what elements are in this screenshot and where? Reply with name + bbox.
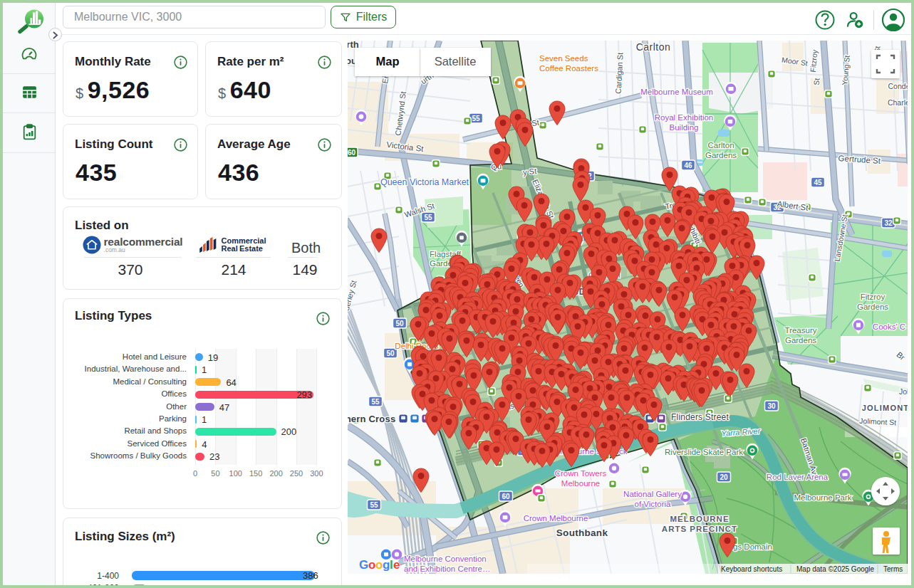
svg-text:MELBOURNE: MELBOURNE [670,515,729,523]
svg-text:Carlton: Carlton [636,41,671,53]
svg-text:A60: A60 [348,149,356,157]
svg-text:Gardens: Gardens [857,303,888,311]
svg-text:55: 55 [371,398,380,406]
svg-text:Melbourne: Melbourne [561,479,600,488]
svg-text:46: 46 [684,162,692,169]
svg-text:Crown Melbourne: Crown Melbourne [524,514,588,523]
svg-text:St: St [812,78,821,85]
svg-text:50: 50 [395,320,404,327]
svg-text:55: 55 [424,214,432,221]
svg-text:Carlton: Carlton [707,141,734,149]
svg-text:and Exhibition Centre…: and Exhibition Centre… [404,565,490,573]
svg-text:hern Cross: hern Cross [348,414,395,424]
svg-text:e: e [393,558,400,572]
svg-text:Satellite: Satellite [435,55,477,68]
svg-text:g: g [383,558,390,572]
svg-text:60: 60 [502,493,510,500]
svg-text:Melbourne Park: Melbourne Park [794,493,851,502]
svg-text:ARTS PRECINCT: ARTS PRECINCT [662,525,737,533]
svg-text:Royal Exhibition: Royal Exhibition [655,113,713,122]
svg-text:Crown Towers: Crown Towers [555,469,607,478]
svg-text:Building: Building [670,123,699,132]
svg-text:Queen Victoria Market: Queen Victoria Market [380,177,469,187]
svg-text:Riverslide Skate Park: Riverslide Skate Park [665,448,743,456]
svg-text:Jolin: Jolin [899,387,908,396]
svg-text:Charles: Charles [888,98,908,107]
svg-text:Fitzroy: Fitzroy [861,293,886,301]
svg-text:Southbank: Southbank [556,527,608,538]
svg-text:of Victoria: of Victoria [635,500,672,508]
svg-text:55: 55 [370,501,378,509]
svg-text:JOLIMONT: JOLIMONT [862,404,908,412]
svg-text:Melbourne Museum: Melbourne Museum [640,88,713,96]
svg-text:Map data ©2025 Google: Map data ©2025 Google [796,565,875,573]
svg-text:o: o [368,558,375,572]
svg-text:20: 20 [720,473,728,481]
svg-text:Treasury: Treasury [785,326,817,335]
svg-text:G: G [359,558,368,572]
svg-text:55: 55 [472,115,480,122]
svg-text:Conde: Conde [888,82,908,90]
svg-text:Gardens: Gardens [705,151,737,159]
svg-text:o: o [375,558,383,572]
svg-text:Melbourne Convention: Melbourne Convention [404,555,487,563]
svg-text:Cooks' C: Cooks' C [873,322,905,331]
svg-text:Seven Seeds: Seven Seeds [539,54,588,63]
svg-text:Keyboard shortcuts: Keyboard shortcuts [721,565,782,573]
svg-text:Terms: Terms [883,565,903,573]
svg-text:Map: Map [376,55,400,68]
svg-text:50: 50 [386,350,395,357]
svg-text:32: 32 [884,219,893,227]
svg-text:Coffee Roasters: Coffee Roasters [539,64,598,73]
svg-text:30: 30 [767,402,776,410]
svg-text:Rod Laver Arena: Rod Laver Arena [767,473,829,481]
svg-text:National Gallery: National Gallery [623,490,682,498]
svg-text:45: 45 [814,179,822,187]
svg-text:Gardens: Gardens [785,336,816,345]
svg-text:y St: y St [523,167,537,177]
svg-text:Flinders Street: Flinders Street [671,412,729,422]
